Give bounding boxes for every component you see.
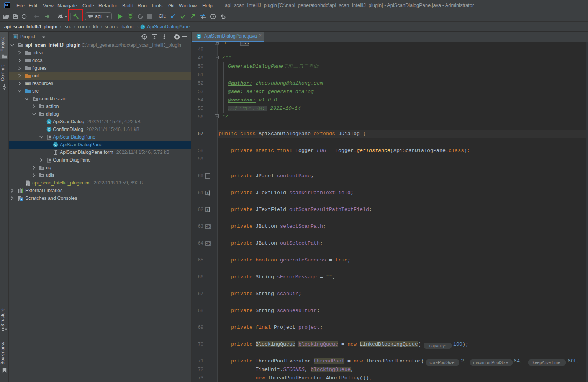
svg-text:C: C xyxy=(198,34,200,38)
svg-text:C: C xyxy=(141,25,144,29)
svg-text:T: T xyxy=(206,208,209,212)
svg-text:T: T xyxy=(206,191,209,195)
